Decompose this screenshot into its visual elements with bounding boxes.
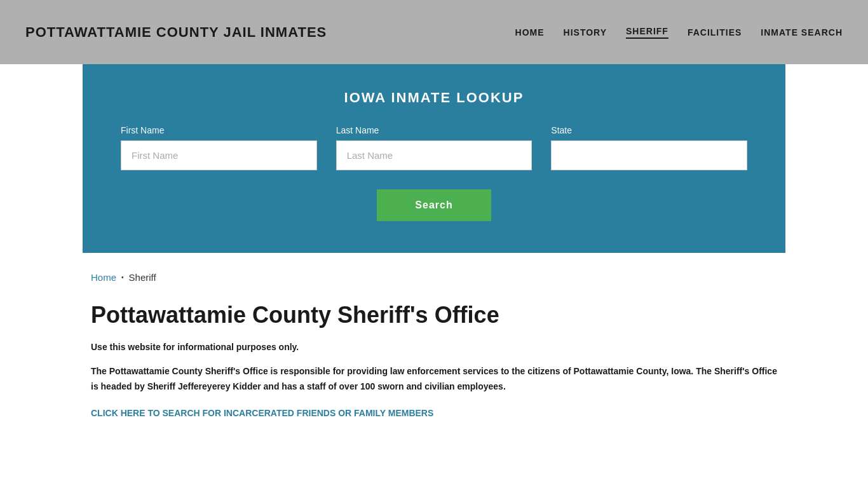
info-text-2: The Pottawattamie County Sheriff's Offic… [91, 364, 777, 395]
site-title: POTTAWATTAMIE COUNTY JAIL INMATES [25, 24, 327, 41]
first-name-group: First Name [121, 125, 317, 170]
nav-inmate-search[interactable]: INMATE SEARCH [761, 27, 843, 37]
last-name-group: Last Name [336, 125, 532, 170]
breadcrumb-home-link[interactable]: Home [91, 272, 116, 283]
search-fields: First Name Last Name State Iowa [121, 125, 747, 170]
search-panel: IOWA INMATE LOOKUP First Name Last Name … [83, 64, 785, 253]
site-header: POTTAWATTAMIE COUNTY JAIL INMATES HOME H… [0, 0, 868, 64]
breadcrumb: Home • Sheriff [91, 272, 777, 283]
last-name-input[interactable] [336, 140, 532, 170]
nav-sheriff[interactable]: SHERIFF [626, 26, 668, 39]
state-input[interactable]: Iowa [551, 140, 747, 170]
search-panel-title: IOWA INMATE LOOKUP [121, 90, 747, 106]
search-btn-row: Search [121, 189, 747, 221]
nav-home[interactable]: HOME [515, 27, 545, 37]
breadcrumb-current: Sheriff [129, 272, 156, 283]
last-name-label: Last Name [336, 125, 532, 135]
first-name-input[interactable] [121, 140, 317, 170]
page-title: Pottawattamie County Sheriff's Office [91, 302, 777, 329]
search-button[interactable]: Search [377, 189, 491, 221]
state-label: State [551, 125, 747, 135]
incarcerated-search-link[interactable]: CLICK HERE to Search for Incarcerated Fr… [91, 408, 433, 418]
breadcrumb-separator: • [121, 274, 124, 281]
state-group: State Iowa [551, 125, 747, 170]
nav-history[interactable]: HISTORY [564, 27, 607, 37]
nav-facilities[interactable]: FACILITIES [688, 27, 742, 37]
main-nav: HOME HISTORY SHERIFF FACILITIES INMATE S… [515, 26, 843, 39]
first-name-label: First Name [121, 125, 317, 135]
info-text-1: Use this website for informational purpo… [91, 340, 777, 354]
main-content: Home • Sheriff Pottawattamie County Sher… [0, 253, 868, 444]
